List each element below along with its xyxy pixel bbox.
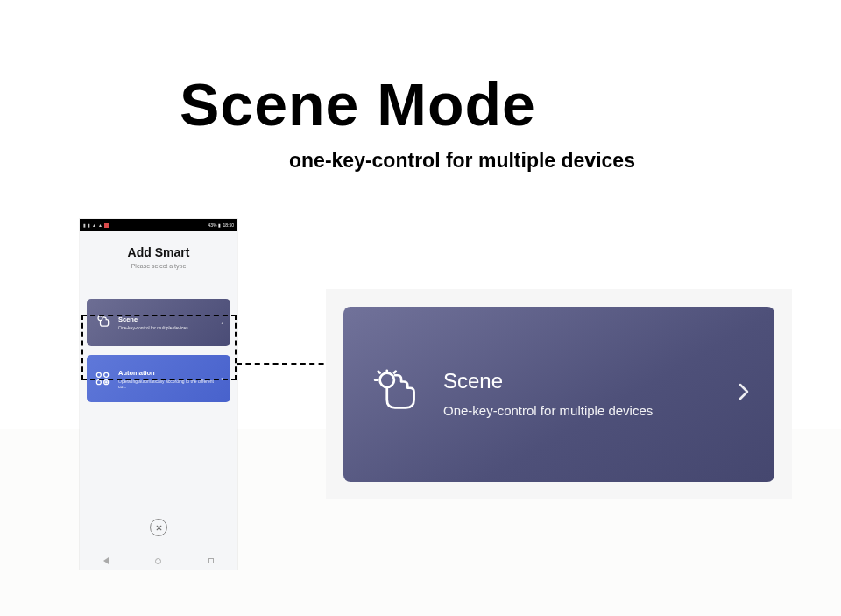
wifi-icon: ▲ bbox=[98, 223, 102, 228]
status-bar: ▮ ▮ ▲ ▲ 43% ▮ 18:50 bbox=[80, 219, 237, 231]
wifi-icon: ▲ bbox=[92, 223, 96, 228]
back-nav-icon[interactable] bbox=[103, 557, 109, 564]
chevron-right-icon: › bbox=[221, 319, 223, 327]
battery-icon: ▮ bbox=[218, 223, 221, 228]
automation-card[interactable]: Automation Operating automatically accor… bbox=[87, 355, 230, 402]
close-button[interactable] bbox=[150, 519, 167, 536]
automation-icon bbox=[94, 370, 111, 387]
scene-card[interactable]: Scene One-key-control for multiple devic… bbox=[87, 299, 230, 346]
scene-card-desc: One-key-control for multiple devices bbox=[118, 325, 221, 330]
automation-card-desc: Operating automatically according to the… bbox=[118, 379, 221, 389]
connector-line bbox=[237, 363, 333, 365]
scene-card-title: Scene bbox=[118, 315, 221, 323]
clock-text: 18:50 bbox=[223, 223, 234, 228]
svg-point-2 bbox=[104, 372, 109, 377]
signal-icon: ▮ bbox=[83, 223, 86, 228]
signal-icon: ▮ bbox=[88, 223, 90, 228]
svg-line-11 bbox=[394, 372, 396, 373]
chevron-right-icon bbox=[738, 382, 750, 407]
phone-frame: ▮ ▮ ▲ ▲ 43% ▮ 18:50 Add Smart Please sel… bbox=[80, 219, 237, 570]
scene-detail-card[interactable]: Scene One-key-control for multiple devic… bbox=[343, 307, 774, 482]
page-subtitle: one-key-control for multiple devices bbox=[289, 149, 635, 173]
svg-point-1 bbox=[96, 372, 101, 377]
svg-line-10 bbox=[378, 372, 380, 373]
screen-heading: Add Smart bbox=[88, 245, 229, 259]
home-nav-icon[interactable] bbox=[155, 558, 161, 564]
page-title: Scene Mode bbox=[180, 70, 536, 138]
notification-icon bbox=[104, 223, 109, 228]
detail-title: Scene bbox=[443, 369, 738, 393]
svg-point-0 bbox=[98, 316, 102, 321]
svg-point-7 bbox=[380, 373, 394, 387]
tap-hand-icon bbox=[368, 369, 419, 420]
chevron-right-icon: › bbox=[221, 375, 223, 383]
detail-panel: Scene One-key-control for multiple devic… bbox=[326, 289, 792, 499]
detail-desc: One-key-control for multiple devices bbox=[443, 402, 662, 420]
recents-nav-icon[interactable] bbox=[208, 558, 214, 563]
tap-hand-icon bbox=[94, 314, 111, 331]
android-nav-bar bbox=[80, 552, 237, 570]
battery-text: 43% bbox=[208, 223, 216, 228]
svg-point-3 bbox=[96, 380, 101, 385]
automation-card-title: Automation bbox=[118, 369, 221, 377]
screen-subheading: Please select a type bbox=[88, 263, 229, 269]
